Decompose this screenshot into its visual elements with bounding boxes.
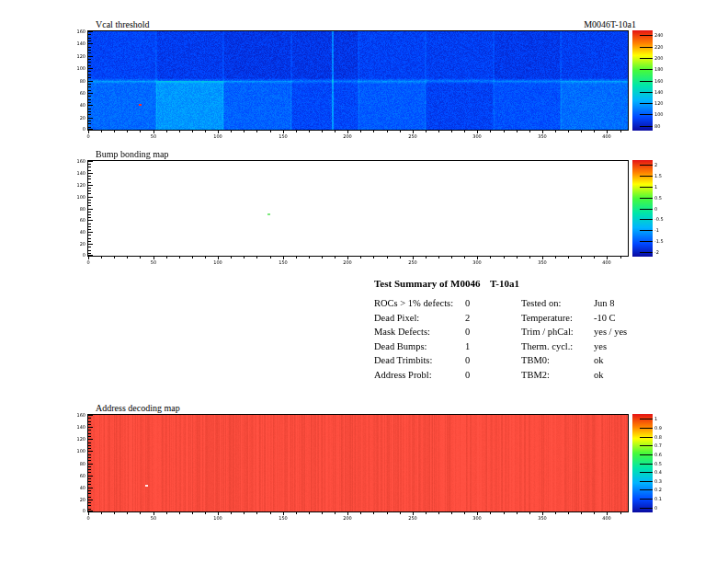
y-axis-tick [88, 65, 91, 66]
y-axis-tick-label: 100 [73, 66, 85, 71]
y-axis-tick [88, 209, 93, 210]
y-axis-tick [88, 75, 91, 75]
summary-row-label: Mask Defects: [374, 327, 430, 337]
x-axis-tick [529, 512, 530, 514]
y-axis-tick [88, 484, 91, 485]
module-id-label: M0046T-10a1 [460, 20, 636, 29]
y-axis-tick [88, 481, 91, 482]
x-axis-tick [114, 257, 115, 259]
x-axis-tick [504, 131, 505, 132]
colorbar-tick [640, 437, 653, 438]
summary-row-value: 0 [465, 355, 470, 365]
summary-row-label: TBM2: [521, 370, 550, 380]
summary-row-value: ok [594, 370, 604, 380]
x-axis-tick-label: 200 [338, 260, 357, 265]
y-axis-tick [88, 185, 93, 186]
summary-row-label: Trim / phCal: [521, 327, 574, 337]
y-axis-tick [88, 235, 91, 236]
colorbar-tick [640, 187, 653, 188]
summary-row-label: ROCs > 1% defects: [374, 298, 453, 308]
x-axis-tick-label: 50 [144, 134, 163, 139]
x-axis-tick [270, 257, 271, 259]
y-axis-tick [88, 170, 91, 171]
summary-row-label: Temperature: [521, 313, 573, 323]
x-axis-tick [594, 512, 595, 514]
y-axis-tick [88, 99, 91, 100]
x-axis-tick [568, 257, 569, 259]
x-axis-tick [464, 512, 465, 514]
x-axis-tick [581, 257, 582, 259]
x-axis-tick [426, 257, 427, 259]
y-axis-tick [88, 451, 93, 452]
colorbar-tick [640, 176, 653, 177]
y-axis-tick [88, 93, 93, 94]
x-axis-tick [517, 512, 518, 514]
colorbar-tick-label: 180 [654, 67, 673, 72]
y-axis-tick [88, 47, 91, 48]
x-axis-tick [296, 257, 297, 259]
y-axis-tick [88, 123, 91, 124]
summary-row-value: yes [594, 341, 607, 351]
y-axis-tick-label: 140 [73, 425, 85, 430]
x-axis-tick [529, 131, 530, 132]
x-axis-tick [179, 131, 180, 132]
y-axis-tick [88, 190, 91, 191]
bump-bonding-heatmap [87, 160, 629, 257]
x-axis-tick-label: 400 [597, 260, 616, 265]
x-axis-tick [426, 512, 427, 514]
y-axis-tick-label: 40 [73, 230, 85, 235]
y-axis-tick [88, 253, 91, 254]
y-axis-tick [88, 255, 93, 256]
x-axis-tick-label: 300 [468, 260, 486, 265]
y-axis-tick-label: 60 [73, 474, 85, 478]
x-axis-tick [387, 131, 388, 132]
y-axis-tick-label: 100 [73, 195, 85, 200]
y-axis-tick [88, 84, 91, 85]
x-axis-tick-label: 300 [468, 516, 486, 521]
y-axis-tick [88, 81, 93, 82]
y-axis-tick-label: 80 [73, 79, 85, 84]
x-axis-tick [101, 257, 102, 259]
y-axis-tick [88, 229, 91, 230]
y-axis-tick [88, 31, 93, 32]
summary-row-label: Dead Trimbits: [374, 355, 432, 365]
x-axis-tick [127, 512, 128, 514]
colorbar-tick [640, 69, 653, 70]
y-axis-tick-label: 140 [73, 171, 85, 176]
x-axis-tick [373, 257, 374, 259]
y-axis-tick [88, 415, 93, 416]
y-axis-tick [88, 59, 91, 60]
colorbar-tick-label: -0.5 [654, 217, 673, 222]
x-axis-tick [114, 131, 115, 132]
x-axis-tick [166, 512, 167, 514]
y-axis-tick [88, 176, 91, 177]
x-axis-tick [360, 131, 361, 132]
x-axis-tick [568, 512, 569, 514]
x-axis-tick [322, 131, 323, 132]
x-axis-tick [127, 257, 128, 259]
x-axis-tick-label: 200 [338, 516, 357, 521]
y-axis-tick [88, 490, 91, 491]
y-axis-tick [88, 121, 91, 121]
vcal-threshold-heatmap [87, 30, 629, 131]
panel-title-bump: Bump bonding map [96, 150, 168, 159]
x-axis-tick [464, 131, 465, 132]
y-axis-tick [88, 188, 91, 189]
colorbar-tick [640, 230, 653, 231]
y-axis-tick [88, 476, 93, 477]
x-axis-tick [205, 512, 206, 514]
x-axis-tick [114, 512, 115, 514]
y-axis-tick-label: 40 [73, 103, 85, 108]
x-axis-tick [555, 512, 556, 514]
summary-row-label: Tested on: [521, 298, 561, 308]
x-axis-tick [438, 131, 439, 132]
address-decoding-heatmap [87, 414, 629, 512]
x-axis-tick-label: 350 [533, 516, 552, 521]
x-axis-tick [244, 512, 245, 514]
x-axis-tick [101, 131, 102, 132]
address-map-canvas [88, 415, 628, 511]
y-axis-tick-label: 20 [73, 116, 85, 121]
x-axis-tick [360, 512, 361, 514]
x-axis-tick [296, 512, 297, 514]
y-axis-tick-label: 160 [73, 159, 85, 164]
